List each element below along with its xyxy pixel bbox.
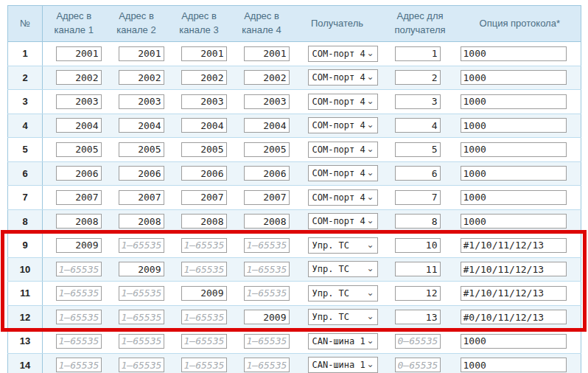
recipient-address-input[interactable]: [395, 262, 441, 276]
channel2-address-input[interactable]: [119, 70, 164, 85]
recipient-address-input[interactable]: [395, 334, 441, 349]
channel3-address-input[interactable]: [181, 94, 227, 109]
channel1-address-input[interactable]: [56, 238, 102, 253]
channel4-address-input[interactable]: [244, 46, 290, 61]
channel2-address-input[interactable]: [119, 190, 164, 205]
channel1-address-input[interactable]: [56, 310, 102, 324]
recipient-address-input[interactable]: [395, 286, 441, 301]
channel3-address-input[interactable]: [181, 334, 227, 349]
protocol-option-input[interactable]: [461, 358, 567, 372]
channel3-address-input[interactable]: [181, 286, 227, 301]
recipient-select[interactable]: CAN-шина 1: [308, 357, 378, 373]
recipient-select[interactable]: COM-порт 4: [308, 213, 378, 229]
recipient-select[interactable]: COM-порт 4: [308, 69, 378, 86]
channel3-address-input[interactable]: [181, 214, 227, 229]
channel3-address-input[interactable]: [181, 70, 227, 85]
channel1-address-input[interactable]: [56, 142, 102, 157]
recipient-select[interactable]: COM-порт 4: [308, 46, 378, 62]
protocol-option-input[interactable]: [461, 190, 567, 205]
channel4-address-input[interactable]: [244, 190, 290, 205]
channel2-address-input[interactable]: [119, 358, 164, 372]
channel3-address-input[interactable]: [181, 166, 227, 181]
channel2-address-input[interactable]: [119, 334, 164, 349]
protocol-option-input[interactable]: [461, 334, 567, 349]
protocol-option-input[interactable]: [461, 166, 567, 181]
protocol-option-input[interactable]: [461, 70, 567, 85]
channel2-address-input[interactable]: [119, 166, 164, 181]
channel3-address-input[interactable]: [181, 142, 227, 157]
channel3-address-input[interactable]: [181, 46, 227, 61]
protocol-option-input[interactable]: [461, 262, 567, 276]
page: № Адрес в канале 1 Адрес в канале 2 Адре…: [0, 0, 588, 373]
recipient-address-input[interactable]: [395, 166, 441, 181]
recipient-address-input[interactable]: [395, 238, 441, 253]
channel3-address-input[interactable]: [181, 190, 227, 205]
channel2-address-input[interactable]: [119, 286, 164, 301]
channel1-address-input[interactable]: [56, 262, 102, 276]
recipient-select[interactable]: Упр. ТС: [308, 285, 378, 301]
protocol-option-input[interactable]: [461, 214, 567, 229]
recipient-address-input[interactable]: [395, 214, 441, 229]
recipient-select[interactable]: COM-порт 4: [308, 189, 378, 206]
channel2-address-input[interactable]: [119, 310, 164, 324]
channel4-address-input[interactable]: [244, 286, 290, 301]
channel4-address-input[interactable]: [244, 334, 290, 349]
recipient-select[interactable]: COM-порт 4: [308, 142, 378, 158]
channel1-address-input[interactable]: [56, 94, 102, 109]
channel4-address-input[interactable]: [244, 214, 290, 229]
channel2-address-input[interactable]: [119, 46, 164, 61]
channel2-address-input[interactable]: [119, 94, 164, 109]
channel1-address-input[interactable]: [56, 46, 102, 61]
recipient-address-input[interactable]: [395, 46, 441, 61]
table-row: 1COM-порт 4⌄: [8, 42, 581, 66]
channel2-address-input[interactable]: [119, 238, 164, 253]
protocol-option-input[interactable]: [461, 142, 567, 157]
recipient-address-input[interactable]: [395, 70, 441, 85]
protocol-option-input[interactable]: [461, 46, 567, 61]
protocol-option-input[interactable]: [461, 238, 567, 253]
protocol-option-input[interactable]: [461, 286, 567, 301]
recipient-address-input[interactable]: [395, 310, 441, 324]
channel4-address-input[interactable]: [244, 118, 290, 133]
channel4-address-input[interactable]: [244, 70, 290, 85]
recipient-select[interactable]: Упр. ТС: [308, 261, 378, 277]
protocol-option-input[interactable]: [461, 118, 567, 133]
channel1-address-input[interactable]: [56, 70, 102, 85]
recipient-select[interactable]: CAN-шина 1: [308, 333, 378, 349]
channel1-address-input[interactable]: [56, 214, 102, 229]
channel2-address-input[interactable]: [119, 118, 164, 133]
channel1-address-input[interactable]: [56, 166, 102, 181]
channel3-address-input[interactable]: [181, 310, 227, 324]
channel4-address-input[interactable]: [244, 142, 290, 157]
channel3-address-input[interactable]: [181, 238, 227, 253]
channel1-address-input[interactable]: [56, 358, 102, 372]
channel3-address-input[interactable]: [181, 118, 227, 133]
channel4-address-input[interactable]: [244, 166, 290, 181]
channel2-address-input[interactable]: [119, 214, 164, 229]
channel4-address-input[interactable]: [244, 238, 290, 253]
channel2-address-input[interactable]: [119, 142, 164, 157]
protocol-option-input[interactable]: [461, 94, 567, 109]
recipient-select[interactable]: COM-порт 4: [308, 94, 378, 110]
channel1-address-input[interactable]: [56, 334, 102, 349]
recipient-select[interactable]: COM-порт 4: [308, 117, 378, 133]
channel1-address-input[interactable]: [56, 190, 102, 205]
channel4-address-input[interactable]: [244, 310, 290, 324]
channel4-address-input[interactable]: [244, 358, 290, 372]
recipient-address-input[interactable]: [395, 190, 441, 205]
channel1-address-input[interactable]: [56, 118, 102, 133]
channel3-address-input[interactable]: [181, 262, 227, 276]
recipient-address-input[interactable]: [395, 358, 441, 372]
protocol-option-input[interactable]: [461, 310, 567, 324]
channel3-address-input[interactable]: [181, 358, 227, 372]
recipient-select[interactable]: Упр. ТС: [308, 309, 378, 325]
recipient-select[interactable]: Упр. ТС: [308, 237, 378, 254]
recipient-address-input[interactable]: [395, 94, 441, 109]
channel1-address-input[interactable]: [56, 286, 102, 301]
recipient-address-input[interactable]: [395, 142, 441, 157]
channel2-address-input[interactable]: [119, 262, 164, 276]
channel4-address-input[interactable]: [244, 94, 290, 109]
channel4-address-input[interactable]: [244, 262, 290, 276]
recipient-address-input[interactable]: [395, 118, 441, 133]
recipient-select[interactable]: COM-порт 4: [308, 165, 378, 181]
